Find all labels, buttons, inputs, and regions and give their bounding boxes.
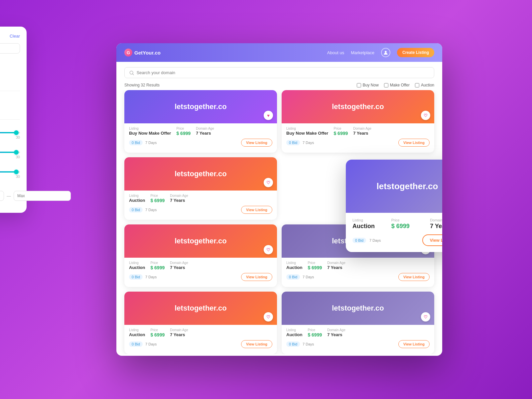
- vaccancies-thumb-right[interactable]: [14, 130, 19, 135]
- radio-end-with[interactable]: End with: [0, 73, 20, 78]
- check-no-dashes[interactable]: No Dashes: [0, 102, 20, 107]
- check-all-numbers[interactable]: All Numbers: [0, 110, 20, 115]
- age-label-2: Domain Age: [353, 127, 371, 130]
- heart-button-7[interactable]: ♡: [264, 312, 273, 322]
- price-field-3: Price $ 6999: [150, 194, 165, 203]
- view-listing-btn-2[interactable]: View Listing: [398, 139, 430, 147]
- price-field-7: Price $ 6999: [150, 328, 165, 337]
- price-value-7: $ 6999: [150, 332, 165, 337]
- domain-card-2: letstogether.co ♡ Listing Buy Now Make O…: [282, 90, 434, 153]
- filter-auction[interactable]: Auction: [415, 83, 434, 87]
- listing-field-8: Listing Auction: [286, 328, 302, 337]
- view-listing-btn-3[interactable]: View Listing: [241, 206, 272, 214]
- listing-value-3: Auction: [129, 198, 145, 203]
- price-range-section: Price Range —: [0, 183, 20, 201]
- time-remaining-labels: 0 3 30: [0, 175, 20, 179]
- listing-value-2: Buy Now Make Offer: [286, 131, 328, 136]
- bid-badge-6: 0 Bid: [286, 274, 300, 280]
- listing-value-6: Auction: [286, 265, 302, 270]
- days-text-8: 7 Days: [303, 342, 314, 346]
- domain-card-7: letstogether.co ♡ Listing Auction Price …: [124, 292, 277, 354]
- view-listing-btn-8[interactable]: View Listing: [398, 340, 430, 348]
- vaccancies-labels: 0 3 30: [0, 135, 20, 139]
- vaccancies-slider[interactable]: [0, 132, 20, 133]
- view-listing-btn-5[interactable]: View Listing: [241, 273, 272, 281]
- card-row-6: Listing Auction Price $ 6999 Domain Age …: [286, 261, 430, 270]
- divider-1: [0, 91, 20, 91]
- listing-label-7: Listing: [129, 328, 145, 332]
- filter-make-offer[interactable]: Make Offer: [384, 83, 410, 87]
- filter-clear-button[interactable]: Clear: [10, 34, 20, 39]
- nav-about[interactable]: About us: [327, 50, 344, 55]
- time-remaining-section: Time Remaining 0 3 30: [0, 163, 20, 179]
- nav-user-icon[interactable]: [381, 48, 390, 57]
- nav-marketplace[interactable]: Marketplace: [351, 50, 374, 55]
- age-field-3: Domain Age 7 Years: [170, 194, 188, 203]
- time-remaining-slider[interactable]: [0, 171, 20, 173]
- popup-view-listing-button[interactable]: View Listing: [422, 234, 442, 246]
- bid-row-7: 0 Bid 7 Days: [129, 341, 157, 347]
- popup-row: Listing Auction Price $ 6999 Domain Age …: [352, 218, 442, 230]
- create-listing-button[interactable]: Create Listing: [397, 48, 434, 57]
- bid-row-8: 0 Bid 7 Days: [286, 341, 314, 347]
- domain-length-slider[interactable]: [0, 152, 20, 153]
- price-max-input[interactable]: [14, 191, 71, 201]
- popup-listing-label: Listing: [352, 218, 385, 222]
- search-bar: [124, 67, 434, 78]
- vaccancies-section: Vaccancies 0 3 30: [0, 124, 20, 139]
- card-domain-5: letstogether.co: [175, 237, 226, 245]
- radio-contains[interactable]: Contains: [0, 58, 20, 63]
- bid-badge-8: 0 Bid: [286, 341, 300, 347]
- filter-search-box[interactable]: [0, 43, 20, 54]
- view-listing-btn-6[interactable]: View Listing: [398, 273, 430, 281]
- popup-bottom: 0 Bid 7 Days View Listing: [352, 234, 442, 246]
- card-bottom-6: 0 Bid 7 Days View Listing: [286, 273, 430, 281]
- filter-search-input[interactable]: [0, 46, 16, 51]
- bid-badge-5: 0 Bid: [129, 274, 143, 280]
- heart-button-2[interactable]: ♡: [421, 111, 430, 120]
- vaccancies-track: [0, 132, 20, 133]
- listing-field-1: Listing Buy Now Make Offer: [129, 127, 171, 136]
- card-row-2: Listing Buy Now Make Offer Price $ 6999 …: [286, 127, 430, 136]
- age-label-3: Domain Age: [170, 194, 188, 198]
- popup-days-text: 7 Days: [369, 238, 381, 242]
- filter-checkboxes: No Numbers No Dashes All Numbers: [0, 95, 20, 115]
- filter-buy-now[interactable]: Buy Now: [357, 83, 379, 87]
- price-label-1: Price: [176, 127, 191, 130]
- listing-field-3: Listing Auction: [129, 194, 145, 203]
- browser-window: G GetYour.co About us Marketplace Create…: [116, 43, 442, 356]
- time-remaining-thumb-right[interactable]: [14, 170, 19, 174]
- card-bottom-3: 0 Bid 7 Days View Listing: [129, 206, 272, 214]
- age-value-1: 7 Years: [196, 131, 214, 136]
- age-field-8: Domain Age 7 Years: [327, 328, 345, 337]
- age-label-1: Domain Age: [196, 127, 214, 130]
- card-row-5: Listing Auction Price $ 6999 Domain Age …: [129, 261, 272, 270]
- card-domain-1: letstogether.co: [175, 102, 226, 111]
- radio-exact[interactable]: Exact: [0, 81, 20, 86]
- bid-row-3: 0 Bid 7 Days: [129, 207, 157, 212]
- days-text-3: 7 Days: [145, 208, 157, 212]
- svg-line-4: [133, 73, 134, 74]
- heart-button-5[interactable]: ♡: [264, 245, 273, 254]
- listing-value-1: Buy Now Make Offer: [129, 131, 171, 136]
- results-header: Showing 32 Results Buy Now Make Offer Au…: [116, 81, 442, 90]
- card-bottom-8: 0 Bid 7 Days View Listing: [286, 340, 430, 348]
- view-listing-btn-1[interactable]: View Listing: [241, 139, 272, 147]
- heart-button-1[interactable]: ♥: [264, 111, 273, 120]
- main-search-input[interactable]: [137, 70, 429, 75]
- age-value-2: 7 Years: [353, 131, 371, 136]
- heart-button-3[interactable]: ♡: [264, 178, 273, 187]
- age-label-8: Domain Age: [327, 328, 345, 332]
- card-row-3: Listing Auction Price $ 6999 Domain Age …: [129, 194, 272, 203]
- view-listing-btn-7[interactable]: View Listing: [241, 340, 272, 348]
- price-min-input[interactable]: [0, 191, 4, 201]
- price-label-6: Price: [308, 261, 322, 265]
- check-no-numbers[interactable]: No Numbers: [0, 95, 20, 100]
- domain-length-thumb-right[interactable]: [14, 150, 19, 155]
- heart-button-8[interactable]: ♡: [421, 312, 430, 322]
- age-field-5: Domain Age 7 Years: [170, 261, 188, 270]
- price-field-5: Price $ 6999: [150, 261, 165, 270]
- listing-value-8: Auction: [286, 332, 302, 337]
- listing-label-6: Listing: [286, 261, 302, 265]
- radio-start-with[interactable]: Start with: [0, 66, 20, 71]
